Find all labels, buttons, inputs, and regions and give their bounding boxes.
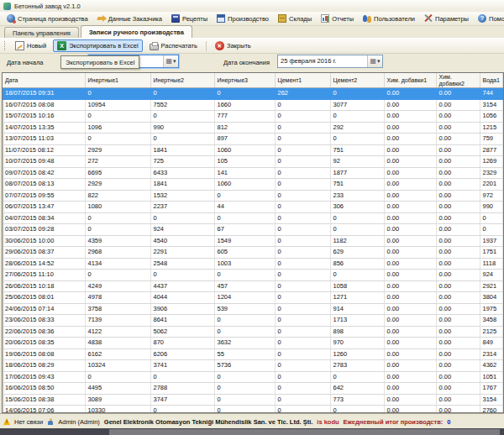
table-cell[interactable]: 1713	[330, 315, 384, 327]
table-cell[interactable]: 2314	[480, 349, 503, 360]
table-row[interactable]: 07/07/2015 09:558221532002330.000.00972	[3, 190, 503, 202]
table-cell[interactable]: 759	[480, 134, 503, 145]
table-cell[interactable]: 28/06/2015 14:52	[3, 258, 85, 270]
table-cell[interactable]: 0.00	[384, 134, 436, 145]
table-cell[interactable]: 10/07/2015 09:48	[3, 156, 85, 168]
table-cell[interactable]: 7139	[85, 315, 150, 327]
table-cell[interactable]: 0.00	[384, 167, 436, 179]
table-cell[interactable]: 0.00	[436, 270, 480, 281]
table-row[interactable]: 16/06/2015 08:5044952788006420.000.00176…	[3, 383, 503, 395]
table-cell[interactable]: 0	[275, 394, 330, 406]
table-cell[interactable]: 0.00	[436, 99, 480, 111]
table-cell[interactable]: 0.00	[436, 167, 480, 179]
table-cell[interactable]: 1532	[150, 190, 214, 202]
table-cell[interactable]: 0	[85, 134, 150, 145]
table-cell[interactable]: 1751	[480, 247, 503, 259]
table-cell[interactable]: 0.00	[384, 88, 436, 100]
table-row[interactable]: 24/06/2015 07:143758390653909140.000.001…	[3, 303, 503, 315]
table-cell[interactable]: 0	[85, 88, 150, 100]
table-cell[interactable]: 0.00	[384, 212, 436, 224]
menu-item-users[interactable]: Пользователи	[359, 13, 419, 24]
table-cell[interactable]: 0.00	[436, 315, 480, 327]
table-cell[interactable]: 1269	[480, 156, 503, 168]
table-cell[interactable]: 1841	[150, 144, 214, 156]
table-cell[interactable]: 1056	[480, 111, 503, 123]
table-cell[interactable]: 0	[150, 406, 214, 414]
table-cell[interactable]: 0.00	[436, 156, 480, 168]
table-row[interactable]: 30/06/2015 10:00435945401549011820.000.0…	[3, 235, 503, 247]
table-cell[interactable]: 990	[480, 202, 503, 213]
table-cell[interactable]: 4495	[85, 383, 150, 395]
table-cell[interactable]: 3632	[214, 338, 275, 349]
table-cell[interactable]: 26/06/2015 10:18	[3, 280, 85, 292]
table-cell[interactable]: 07/07/2015 09:55	[3, 190, 85, 202]
column-header-3[interactable]: Инертные3	[214, 73, 275, 88]
table-cell[interactable]: 0	[480, 212, 503, 224]
table-cell[interactable]: 0	[214, 371, 275, 383]
table-row[interactable]: 10/07/2015 09:482727251050920.000.001269	[3, 156, 503, 168]
table-cell[interactable]: 0.00	[436, 122, 480, 134]
table-cell[interactable]: 3089	[85, 394, 150, 406]
table-cell[interactable]: 92	[330, 156, 384, 168]
table-cell[interactable]: 0	[150, 111, 214, 123]
table-cell[interactable]: 10330	[85, 406, 150, 414]
table-cell[interactable]: 0	[330, 88, 384, 100]
table-cell[interactable]: 0.00	[384, 224, 436, 236]
table-cell[interactable]: 0	[214, 190, 275, 202]
table-row[interactable]: 17/06/2015 09:43000000.000.001051	[3, 371, 503, 383]
table-cell[interactable]: 0	[330, 270, 384, 281]
table-cell[interactable]: 629	[330, 247, 384, 259]
table-row[interactable]: 29/06/2015 08:372968229160506290.000.001…	[3, 247, 503, 259]
menu-item-warehouses[interactable]: Склады	[274, 13, 316, 24]
menu-item-production-page[interactable]: Страница производства	[3, 13, 92, 24]
table-cell[interactable]: 0	[330, 134, 384, 145]
table-cell[interactable]: 2201	[480, 179, 503, 191]
table-cell[interactable]: 0	[214, 88, 275, 100]
table-cell[interactable]: 1877	[330, 167, 384, 179]
table-cell[interactable]: 20/06/2015 08:35	[3, 338, 85, 349]
table-cell[interactable]: 09/07/2015 08:42	[3, 167, 85, 179]
table-cell[interactable]: 22/06/2015 08:36	[3, 326, 85, 338]
table-cell[interactable]: 897	[214, 134, 275, 145]
table-cell[interactable]: 17/06/2015 09:43	[3, 371, 85, 383]
table-cell[interactable]: 1003	[214, 258, 275, 270]
table-cell[interactable]: 15/06/2015 08:38	[3, 394, 85, 406]
table-cell[interactable]: 0.00	[384, 202, 436, 213]
table-cell[interactable]: 0.00	[384, 144, 436, 156]
table-cell[interactable]: 773	[330, 394, 384, 406]
table-cell[interactable]: 539	[214, 303, 275, 315]
table-cell[interactable]: 1271	[330, 292, 384, 304]
table-cell[interactable]: 16/07/2015 08:08	[3, 99, 85, 111]
table-cell[interactable]: 777	[214, 111, 275, 123]
table-cell[interactable]: 2125	[480, 326, 503, 338]
table-cell[interactable]: 0.00	[384, 99, 436, 111]
table-cell[interactable]: 0.00	[436, 235, 480, 247]
table-cell[interactable]: 0.00	[384, 338, 436, 349]
table-cell[interactable]: 0	[275, 224, 330, 236]
table-row[interactable]: 27/06/2015 11:10000000.000.00924	[3, 270, 503, 281]
table-cell[interactable]: 0.00	[384, 235, 436, 247]
table-cell[interactable]: 4362	[480, 360, 503, 372]
table-cell[interactable]: 15/07/2015 10:16	[3, 111, 85, 123]
table-cell[interactable]: 0	[150, 88, 214, 100]
table-cell[interactable]: 2929	[85, 144, 150, 156]
table-cell[interactable]: 8641	[150, 315, 214, 327]
table-cell[interactable]: 2548	[150, 258, 214, 270]
table-cell[interactable]: 6206	[150, 349, 214, 360]
table-cell[interactable]: 0	[275, 360, 330, 372]
table-cell[interactable]: 1118	[480, 258, 503, 270]
column-header-6[interactable]: Хим. добавки1	[384, 73, 436, 88]
table-cell[interactable]: 924	[150, 224, 214, 236]
table-cell[interactable]: 13/07/2015 11:03	[3, 134, 85, 145]
table-cell[interactable]: 744	[480, 88, 503, 100]
table-cell[interactable]: 0	[85, 224, 150, 236]
table-cell[interactable]: 972	[480, 190, 503, 202]
table-cell[interactable]: 1182	[330, 235, 384, 247]
table-row[interactable]: 11/07/2015 08:1229291841106007510.000.00…	[3, 144, 503, 156]
table-cell[interactable]: 0.00	[436, 371, 480, 383]
table-cell[interactable]: 0.00	[384, 315, 436, 327]
table-cell[interactable]: 0.00	[436, 134, 480, 145]
table-cell[interactable]: 0.00	[384, 349, 436, 360]
table-cell[interactable]: 1096	[85, 122, 150, 134]
tab-manual-production-records[interactable]: Записи ручного производства	[81, 25, 192, 38]
